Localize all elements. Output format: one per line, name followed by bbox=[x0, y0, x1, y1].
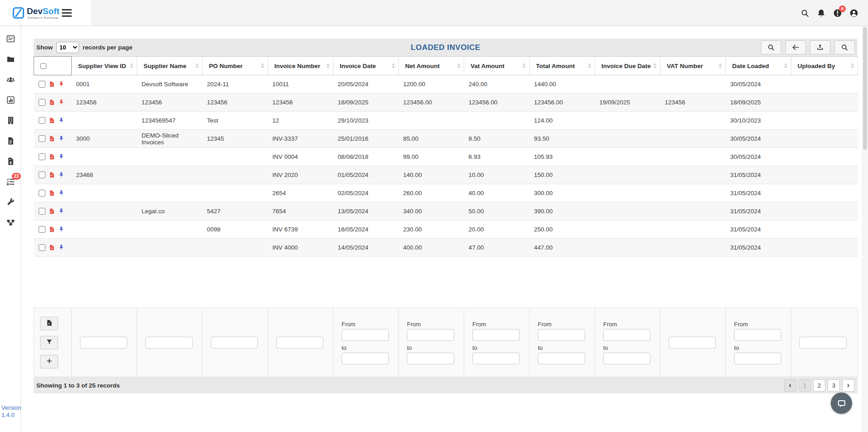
pdf-file-icon[interactable] bbox=[49, 117, 55, 124]
table-cell bbox=[595, 221, 660, 239]
pin-icon[interactable] bbox=[58, 117, 64, 124]
user-profile-icon[interactable] bbox=[849, 9, 858, 18]
filter-button[interactable] bbox=[40, 336, 58, 349]
sidebar-item-users[interactable] bbox=[0, 69, 21, 90]
pdf-file-icon[interactable] bbox=[49, 172, 55, 178]
sidebar-item-documents[interactable] bbox=[0, 131, 21, 151]
hamburger-menu-button[interactable] bbox=[62, 7, 72, 18]
sidebar-item-company[interactable] bbox=[0, 110, 21, 131]
export-pdf-button[interactable] bbox=[40, 317, 58, 330]
filter-from-input-vat-amount[interactable] bbox=[472, 329, 520, 341]
column-header-date-loaded[interactable]: Date Loaded bbox=[726, 57, 791, 75]
pin-icon[interactable] bbox=[58, 172, 64, 178]
row-checkbox[interactable] bbox=[39, 135, 45, 142]
row-actions-cell bbox=[34, 239, 72, 257]
table-cell bbox=[72, 184, 137, 202]
filter-from-input-date-loaded[interactable] bbox=[734, 329, 781, 341]
row-checkbox[interactable] bbox=[39, 99, 45, 106]
pin-icon[interactable] bbox=[58, 226, 64, 233]
alerts-icon[interactable]: 8 bbox=[833, 9, 842, 18]
scrollbar-thumb[interactable] bbox=[863, 27, 867, 150]
sidebar-item-invoices[interactable]: $ bbox=[0, 151, 21, 172]
row-checkbox[interactable] bbox=[39, 153, 45, 160]
pdf-file-icon[interactable] bbox=[49, 81, 55, 88]
filter-to-input-total-amount[interactable] bbox=[538, 353, 585, 364]
add-button[interactable] bbox=[40, 355, 58, 368]
table-cell bbox=[595, 166, 660, 184]
row-checkbox[interactable] bbox=[39, 208, 45, 215]
filter-from-input-invoice-due-date[interactable] bbox=[603, 329, 650, 341]
pagination-next[interactable]: › bbox=[842, 379, 854, 392]
table-cell: 10011 bbox=[268, 75, 333, 93]
column-header-supplier-view-id[interactable]: Supplier View ID bbox=[72, 57, 137, 75]
pagination-page-3[interactable]: 3 bbox=[828, 379, 840, 392]
select-all-checkbox[interactable] bbox=[40, 63, 46, 69]
pagination-page-1[interactable]: 1 bbox=[799, 379, 811, 392]
row-checkbox[interactable] bbox=[39, 244, 45, 251]
row-checkbox[interactable] bbox=[39, 81, 45, 88]
pin-icon[interactable] bbox=[58, 153, 64, 160]
sidebar-item-reports[interactable] bbox=[0, 90, 21, 110]
pin-icon[interactable] bbox=[58, 81, 64, 88]
row-checkbox[interactable] bbox=[39, 117, 45, 124]
column-header-total-amount[interactable]: Total Amount bbox=[530, 57, 595, 75]
sidebar-item-folders[interactable] bbox=[0, 49, 21, 69]
column-header-uploaded-by[interactable]: Uploaded By bbox=[791, 57, 858, 75]
filter-from-input-total-amount[interactable] bbox=[538, 329, 585, 341]
sidebar-item-workflow[interactable] bbox=[0, 212, 21, 233]
pin-icon[interactable] bbox=[58, 244, 64, 251]
pin-icon[interactable] bbox=[58, 135, 64, 142]
logo[interactable]: DevSoft Software & Technology bbox=[0, 0, 91, 25]
column-header-invoice-number[interactable]: Invoice Number bbox=[268, 57, 333, 75]
pin-icon[interactable] bbox=[58, 190, 64, 196]
pagination-prev[interactable]: ‹ bbox=[784, 379, 796, 392]
filter-to-input-invoice-date[interactable] bbox=[342, 353, 389, 364]
back-button[interactable] bbox=[785, 40, 806, 54]
table-cell bbox=[399, 112, 464, 130]
filter-from-input-invoice-date[interactable] bbox=[342, 329, 389, 341]
row-checkbox[interactable] bbox=[39, 226, 45, 233]
pdf-file-icon[interactable] bbox=[49, 226, 55, 233]
sidebar-item-tools[interactable] bbox=[0, 192, 21, 212]
pagination-page-2[interactable]: 2 bbox=[813, 379, 825, 392]
filter-from-input-net-amount[interactable] bbox=[407, 329, 454, 341]
search-toggle-button[interactable] bbox=[761, 40, 781, 54]
page-size-select[interactable]: 10 bbox=[56, 42, 79, 53]
chat-button[interactable] bbox=[831, 393, 852, 414]
sidebar-item-dashboard[interactable] bbox=[0, 29, 21, 49]
logo-tagline: Software & Technology bbox=[27, 16, 60, 19]
row-checkbox[interactable] bbox=[39, 172, 45, 178]
filter-to-input-date-loaded[interactable] bbox=[734, 353, 781, 364]
filter-input-supplier-view-id[interactable] bbox=[80, 337, 127, 349]
column-header-supplier-name[interactable]: Supplier Name bbox=[137, 57, 203, 75]
pdf-file-icon[interactable] bbox=[49, 135, 55, 142]
pdf-file-icon[interactable] bbox=[49, 190, 55, 196]
filter-to-input-vat-amount[interactable] bbox=[472, 353, 520, 364]
filter-to-input-invoice-due-date[interactable] bbox=[603, 353, 650, 364]
page-scrollbar[interactable] bbox=[862, 26, 868, 432]
pdf-file-icon[interactable] bbox=[49, 153, 55, 160]
pdf-file-icon[interactable] bbox=[49, 208, 55, 215]
filter-input-invoice-number[interactable] bbox=[276, 337, 323, 349]
filter-input-po-number[interactable] bbox=[211, 337, 258, 349]
pin-icon[interactable] bbox=[58, 208, 64, 215]
pdf-file-icon[interactable] bbox=[49, 99, 55, 106]
filter-input-supplier-name[interactable] bbox=[145, 337, 193, 349]
filter-input-uploaded-by[interactable] bbox=[799, 337, 847, 349]
search-icon[interactable] bbox=[800, 9, 809, 18]
column-header-invoice-due-date[interactable]: Invoice Due Date bbox=[595, 57, 660, 75]
filter-to-input-net-amount[interactable] bbox=[407, 353, 454, 364]
column-header-vat-number[interactable]: VAT Number bbox=[660, 57, 726, 75]
pdf-file-icon[interactable] bbox=[49, 244, 55, 251]
column-header-po-number[interactable]: PO Number bbox=[203, 57, 268, 75]
pin-icon[interactable] bbox=[58, 99, 64, 106]
column-header-net-amount[interactable]: Net Amount bbox=[399, 57, 464, 75]
filter-input-vat-number[interactable] bbox=[669, 337, 716, 349]
advanced-search-button[interactable] bbox=[834, 40, 855, 54]
row-checkbox[interactable] bbox=[39, 190, 45, 196]
bell-icon[interactable] bbox=[817, 9, 826, 18]
upload-button[interactable] bbox=[810, 40, 830, 54]
sidebar-item-tasks[interactable]: 23 bbox=[0, 172, 21, 192]
column-header-vat-amount[interactable]: Vat Amount bbox=[464, 57, 530, 75]
column-header-invoice-date[interactable]: Invoice Date bbox=[333, 57, 399, 75]
